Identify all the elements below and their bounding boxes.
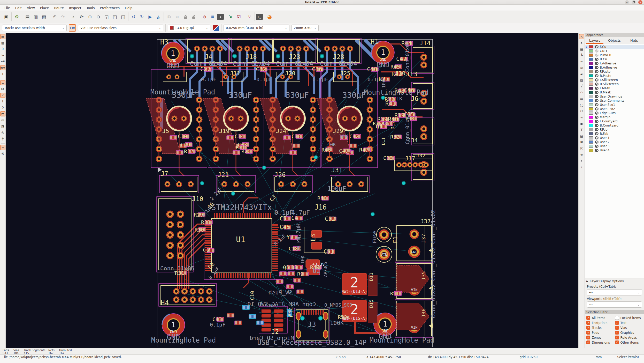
layer-visibility-icon[interactable]: [595, 58, 599, 61]
dimension-tool[interactable]: ⇱: [579, 146, 584, 151]
library-browser-button[interactable]: ≣: [209, 13, 217, 21]
layer-color-swatch[interactable]: [589, 54, 593, 57]
menu-help[interactable]: Help: [122, 5, 135, 10]
filter-vias[interactable]: ✓Vias: [615, 326, 643, 330]
layer-color-swatch[interactable]: [589, 62, 593, 65]
plot-button[interactable]: ▨: [40, 13, 48, 21]
mirror-button[interactable]: ◭: [155, 13, 162, 21]
layer-color-swatch[interactable]: [589, 145, 593, 148]
layer-color-swatch[interactable]: [589, 49, 593, 53]
layer-color-swatch[interactable]: [589, 83, 593, 86]
layer-color-swatch[interactable]: [589, 45, 593, 48]
menu-tools[interactable]: Tools: [84, 5, 97, 10]
layer-color-swatch[interactable]: [589, 87, 593, 90]
layer-color-swatch[interactable]: [589, 136, 593, 139]
filter-other-items[interactable]: ✓Other items: [615, 340, 643, 344]
layer-visibility-icon[interactable]: [595, 99, 599, 102]
zones-filled-toggle[interactable]: ⬒: [0, 111, 5, 116]
layer-color-swatch[interactable]: [589, 112, 593, 115]
filter-zones[interactable]: ✓Zones: [586, 336, 614, 339]
layer-pair-button[interactable]: [213, 25, 219, 31]
draw-line-tool[interactable]: ╱: [579, 84, 584, 89]
delete-tool[interactable]: ⊗: [579, 152, 584, 157]
track-posture-button[interactable]: ⊔●: [69, 24, 76, 32]
rotate-ccw-button[interactable]: ↺: [130, 13, 137, 21]
tracks-sketch-toggle[interactable]: ╪: [0, 136, 5, 141]
layer-visibility-icon[interactable]: [595, 149, 599, 152]
layer-color-swatch[interactable]: [589, 66, 593, 69]
draw-circle-tool[interactable]: ◯: [579, 102, 584, 108]
tab-layers[interactable]: Layers: [585, 37, 604, 44]
layer-row-power[interactable]: POWER: [585, 53, 644, 57]
menu-preferences[interactable]: Preferences: [98, 5, 122, 10]
close-button[interactable]: ✕: [638, 0, 642, 4]
draw-arc-tool[interactable]: ◠: [579, 90, 584, 95]
scripting-console-button[interactable]: >_: [256, 14, 263, 20]
layer-color-swatch[interactable]: [589, 120, 593, 123]
layer-row-b-silkscreen[interactable]: B.Silkscreen: [585, 82, 644, 86]
update-pcb-from-schematic-button[interactable]: ⇲: [227, 13, 234, 21]
layer-visibility-icon[interactable]: [595, 74, 599, 77]
layer-visibility-icon[interactable]: [595, 66, 599, 69]
layer-color-swatch[interactable]: [589, 78, 593, 82]
draw-polygon-tool[interactable]: ⬠: [579, 109, 584, 114]
checkbox-icon[interactable]: ✓: [586, 340, 590, 344]
layer-color-swatch[interactable]: [589, 70, 593, 73]
track-posture-free-toggle[interactable]: ⋈: [0, 86, 5, 92]
layer-visibility-icon[interactable]: [595, 136, 599, 139]
layer-visibility-icon[interactable]: [595, 49, 599, 53]
layer-color-swatch[interactable]: [589, 95, 593, 98]
layer-row-b-paste[interactable]: B.Paste: [585, 74, 644, 78]
layer-row-b-courtyard[interactable]: B.Courtyard: [585, 123, 644, 128]
zoom-out-button[interactable]: ⊖: [94, 13, 102, 21]
layer-row-f-courtyard[interactable]: F.Courtyard: [585, 119, 644, 123]
refresh-button[interactable]: ⟳: [78, 13, 86, 21]
layer-row-user-3[interactable]: User.3: [585, 144, 644, 148]
highlight-nets-toggle[interactable]: ⌇: [0, 99, 5, 104]
grid-origin-tool[interactable]: ⌖: [579, 158, 584, 164]
ratsnest-toggle[interactable]: ⚲: [0, 105, 5, 110]
layer-visibility-icon[interactable]: [595, 45, 599, 48]
checkbox-icon[interactable]: ✓: [586, 336, 590, 339]
layer-row-gnd[interactable]: GND: [585, 49, 644, 53]
layer-row-b-cu[interactable]: B.Cu: [585, 57, 644, 61]
checkbox-icon[interactable]: ✓: [615, 326, 619, 330]
layer-color-swatch[interactable]: [589, 149, 593, 152]
external-plugin-button[interactable]: ◕: [266, 13, 273, 21]
layer-row-edge-cuts[interactable]: Edge.Cuts: [585, 111, 644, 115]
layer-row-b-fab[interactable]: B.Fab: [585, 132, 644, 136]
lock-button[interactable]: [182, 13, 189, 21]
layer-row-f-adhesive[interactable]: F.Adhesive: [585, 61, 644, 65]
ungroup-button[interactable]: ⧈: [173, 13, 181, 21]
filter-dimensions[interactable]: ✓Dimensions: [586, 340, 614, 344]
route-tracks-tool[interactable]: ┗: [579, 53, 584, 58]
layer-visibility-icon[interactable]: [595, 62, 599, 65]
checkbox-icon[interactable]: ✓: [615, 336, 619, 339]
layer-row-f-silkscreen[interactable]: F.Silkscreen: [585, 78, 644, 82]
zones-fracture-toggle[interactable]: ⬔: [0, 124, 5, 129]
layer-color-swatch[interactable]: [589, 124, 593, 127]
layer-color-swatch[interactable]: [589, 103, 593, 106]
zoom-fit-button[interactable]: ◱: [103, 13, 110, 21]
zones-outline-toggle[interactable]: ▭: [0, 117, 5, 123]
checkbox-icon[interactable]: ✓: [615, 331, 619, 335]
layer-visibility-icon[interactable]: [595, 54, 599, 57]
filter-text[interactable]: ✓Text: [615, 321, 643, 325]
tab-nets[interactable]: Nets: [624, 37, 644, 44]
maximize-button[interactable]: [632, 0, 636, 4]
track-posture-90-toggle[interactable]: ∟: [0, 80, 5, 85]
menu-inspect[interactable]: Inspect: [67, 5, 83, 10]
via-size-select[interactable]: Via: use netclass sizes⌄: [78, 25, 163, 31]
layer-visibility-icon[interactable]: [595, 95, 599, 98]
unlock-button[interactable]: [190, 13, 198, 21]
zoom-objects-button[interactable]: ◰: [111, 13, 119, 21]
menu-route[interactable]: Route: [52, 5, 66, 10]
drc-button[interactable]: ☑: [235, 13, 243, 21]
layer-visibility-icon[interactable]: [595, 107, 599, 110]
board-setup-button[interactable]: ⚙: [13, 13, 21, 21]
layer-row-b-mask[interactable]: B.Mask: [585, 90, 644, 94]
units-mils-button[interactable]: mil: [0, 59, 5, 64]
layer-color-swatch[interactable]: [589, 128, 593, 131]
layer-visibility-icon[interactable]: [595, 112, 599, 115]
layer-visibility-icon[interactable]: [595, 103, 599, 106]
